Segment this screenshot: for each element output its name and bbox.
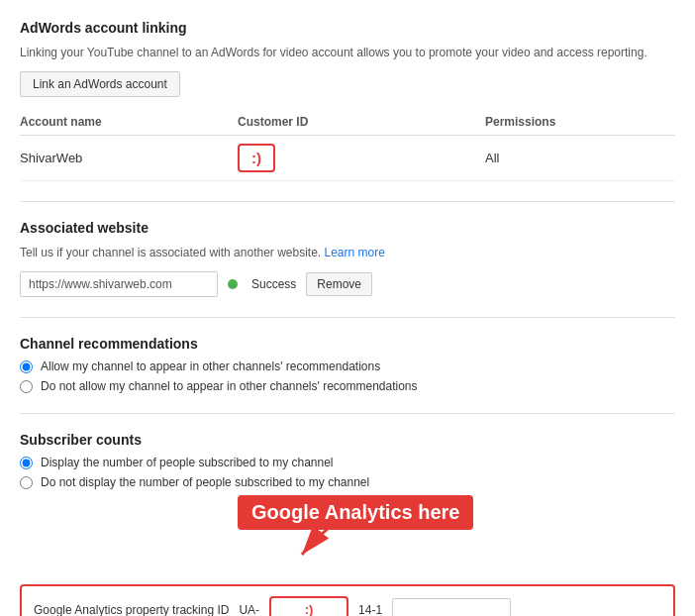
adwords-section: AdWords account linking Linking your You… xyxy=(20,20,675,181)
divider-1 xyxy=(20,201,675,202)
channel-rec-radio1[interactable] xyxy=(20,360,33,373)
channel-recommendations-section: Channel recommendations Allow my channel… xyxy=(20,336,675,393)
subscriber-radio-group: Display the number of people subscribed … xyxy=(20,456,675,489)
channel-rec-option1: Allow my channel to appear in other chan… xyxy=(20,359,675,373)
subscriber-label2: Do not display the number of people subs… xyxy=(41,475,369,489)
success-label: Success xyxy=(251,277,296,291)
adwords-table-header: Account name Customer ID Permissions xyxy=(20,107,675,136)
subscriber-radio2[interactable] xyxy=(20,476,33,489)
success-dot-icon xyxy=(228,279,238,289)
customer-id-cell: :) xyxy=(238,144,485,172)
subscriber-title: Subscriber counts xyxy=(20,432,675,448)
divider-3 xyxy=(20,413,675,414)
remove-button[interactable]: Remove xyxy=(306,272,372,296)
channel-rec-radio2[interactable] xyxy=(20,380,33,393)
adwords-title: AdWords account linking xyxy=(20,20,675,36)
permissions-value: All xyxy=(485,151,675,165)
channel-rec-title: Channel recommendations xyxy=(20,336,675,352)
ga-tracking-section: Google Analytics property tracking ID UA… xyxy=(20,584,675,616)
col-header-customer: Customer ID xyxy=(238,115,485,129)
website-url-input[interactable] xyxy=(20,271,218,297)
associated-website-desc: Tell us if your channel is associated wi… xyxy=(20,244,675,261)
customer-id-value: :) xyxy=(238,144,275,172)
subscriber-counts-section: Subscriber counts Display the number of … xyxy=(20,432,675,616)
callout-text: Google Analytics here xyxy=(238,495,473,530)
channel-rec-option2: Do not allow my channel to appear in oth… xyxy=(20,379,675,393)
divider-2 xyxy=(20,317,675,318)
channel-rec-label1: Allow my channel to appear in other chan… xyxy=(41,359,380,373)
col-header-account: Account name xyxy=(20,115,238,129)
ga-label: Google Analytics property tracking ID xyxy=(34,603,229,617)
callout-container: Google Analytics here xyxy=(20,495,675,545)
account-name: ShivarWeb xyxy=(20,151,238,165)
associated-website-desc-text: Tell us if your channel is associated wi… xyxy=(20,246,321,259)
subscriber-radio1[interactable] xyxy=(20,457,33,469)
adwords-description: Linking your YouTube channel to an AdWor… xyxy=(20,44,675,61)
channel-rec-radio-group: Allow my channel to appear in other chan… xyxy=(20,359,675,393)
subscriber-option1: Display the number of people subscribed … xyxy=(20,456,675,469)
learn-more-link[interactable]: Learn more xyxy=(325,246,385,259)
subscriber-label1: Display the number of people subscribed … xyxy=(41,456,334,469)
ga-prefix: UA- xyxy=(239,603,259,617)
adwords-table-row: ShivarWeb :) All xyxy=(20,136,675,181)
ga-tracking-id-input[interactable] xyxy=(392,598,511,617)
channel-rec-label2: Do not allow my channel to appear in oth… xyxy=(41,379,418,393)
link-adwords-button[interactable]: Link an AdWords account xyxy=(20,71,180,97)
subscriber-option2: Do not display the number of people subs… xyxy=(20,475,675,489)
ga-id-box: :) xyxy=(269,596,348,616)
col-header-permissions: Permissions xyxy=(485,115,675,129)
associated-website-title: Associated website xyxy=(20,220,675,236)
associated-website-row: Success Remove xyxy=(20,271,675,297)
ga-suffix: 14-1 xyxy=(358,603,382,617)
associated-website-section: Associated website Tell us if your chann… xyxy=(20,220,675,297)
